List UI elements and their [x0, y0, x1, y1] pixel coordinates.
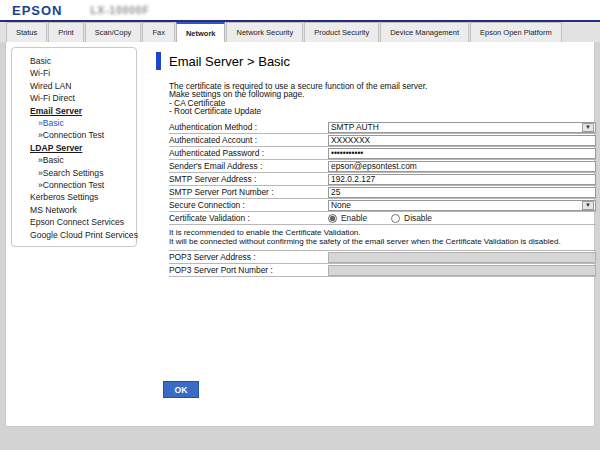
authentication-method-select[interactable]: SMTP AUTH ▼	[328, 122, 596, 133]
note-line: It is recommended to enable the Certific…	[169, 228, 596, 237]
sidebar-section-ldap-server[interactable]: LDAP Server	[12, 142, 136, 154]
sidebar-item-basic[interactable]: Basic	[12, 55, 136, 67]
page: EPSON LX-10000F Status Print Scan/Copy F…	[0, 0, 600, 450]
header: EPSON LX-10000F	[0, 0, 600, 20]
sidebar-section-email-server[interactable]: Email Server	[12, 105, 136, 117]
sender-email-input[interactable]	[328, 161, 596, 172]
form-row-smtp-server-port: SMTP Server Port Number :	[169, 186, 596, 199]
printer-model-label: LX-10000F	[91, 5, 150, 16]
authentication-method-label: Authentication Method :	[169, 122, 328, 132]
form-row-sender-email: Sender's Email Address :	[169, 160, 596, 173]
secure-connection-value: None	[329, 200, 582, 210]
sidebar-item-wifi[interactable]: Wi-Fi	[12, 67, 136, 79]
tab-device-management[interactable]: Device Management	[380, 22, 469, 42]
ok-button[interactable]: OK	[163, 381, 199, 398]
sidebar-menu: Basic Wi-Fi Wired LAN Wi-Fi Direct Email…	[11, 47, 137, 247]
pop3-server-address-label: POP3 Server Address :	[169, 252, 328, 262]
description: The certificate is required to use a sec…	[169, 82, 598, 115]
dropdown-arrow-icon: ▼	[582, 123, 594, 132]
certificate-validation-note: It is recommended to enable the Certific…	[169, 225, 596, 251]
tab-print[interactable]: Print	[48, 22, 83, 42]
certificate-validation-enable-option[interactable]: Enable	[328, 213, 367, 223]
tab-epson-open-platform[interactable]: Epson Open Platform	[470, 22, 562, 42]
tab-status[interactable]: Status	[6, 22, 47, 42]
tab-fax[interactable]: Fax	[142, 22, 175, 42]
sender-email-label: Sender's Email Address :	[169, 161, 328, 171]
smtp-server-address-label: SMTP Server Address :	[169, 174, 328, 184]
sidebar-item-ms-network[interactable]: MS Network	[12, 204, 136, 216]
authenticated-password-label: Authenticated Password :	[169, 148, 328, 158]
form-row-authenticated-account: Authenticated Account :	[169, 134, 596, 147]
secure-connection-label: Secure Connection :	[169, 200, 328, 210]
footer-strip	[0, 427, 600, 450]
page-title-row: Email Server > Basic	[156, 52, 598, 70]
form-row-certificate-validation: Certificate Validation : Enable Disable	[169, 212, 596, 225]
note-line: It will be connected without confirming …	[169, 237, 596, 246]
tab-bar: Status Print Scan/Copy Fax Network Netwo…	[0, 22, 600, 42]
email-server-form: Authentication Method : SMTP AUTH ▼ Auth…	[169, 121, 596, 277]
tab-network[interactable]: Network	[176, 22, 226, 42]
sidebar-item-wired-lan[interactable]: Wired LAN	[12, 80, 136, 92]
sidebar-item-google-cloud-print-services[interactable]: Google Cloud Print Services	[12, 229, 136, 241]
tab-product-security[interactable]: Product Security	[304, 22, 379, 42]
tab-network-security[interactable]: Network Security	[226, 22, 303, 42]
certificate-validation-disable-option[interactable]: Disable	[391, 213, 432, 223]
pop3-server-port-input	[328, 265, 596, 276]
form-row-authentication-method: Authentication Method : SMTP AUTH ▼	[169, 121, 596, 134]
sidebar-item-ldap-search-settings[interactable]: »Search Settings	[12, 167, 136, 179]
enable-label: Enable	[341, 213, 367, 223]
disable-label: Disable	[404, 213, 432, 223]
description-line: - Root Certificate Update	[169, 107, 598, 115]
form-row-pop3-server-port: POP3 Server Port Number :	[169, 264, 596, 277]
tab-scan-copy[interactable]: Scan/Copy	[85, 22, 142, 42]
form-row-smtp-server-address: SMTP Server Address :	[169, 173, 596, 186]
certificate-validation-disable-radio[interactable]	[391, 214, 400, 223]
pop3-server-port-label: POP3 Server Port Number :	[169, 265, 328, 275]
certificate-validation-radio-group: Enable Disable	[328, 213, 432, 223]
authenticated-password-input[interactable]	[328, 148, 596, 159]
sidebar-item-kerberos-settings[interactable]: Kerberos Settings	[12, 191, 136, 203]
sidebar-item-epson-connect-services[interactable]: Epson Connect Services	[12, 216, 136, 228]
sidebar-item-email-server-basic[interactable]: »Basic	[12, 117, 136, 129]
certificate-validation-label: Certificate Validation :	[169, 213, 328, 223]
sidebar-item-ldap-connection-test[interactable]: »Connection Test	[12, 179, 136, 191]
authenticated-account-input[interactable]	[328, 135, 596, 146]
secure-connection-select[interactable]: None ▼	[328, 200, 596, 211]
authentication-method-value: SMTP AUTH	[329, 122, 582, 132]
form-row-pop3-server-address: POP3 Server Address :	[169, 251, 596, 264]
sidebar-item-email-server-connection-test[interactable]: »Connection Test	[12, 129, 136, 141]
title-accent-bar	[156, 52, 161, 70]
authenticated-account-label: Authenticated Account :	[169, 135, 328, 145]
smtp-server-address-input[interactable]	[328, 174, 596, 185]
certificate-validation-enable-radio[interactable]	[328, 214, 337, 223]
dropdown-arrow-icon: ▼	[582, 201, 594, 210]
pop3-server-address-input	[328, 252, 596, 263]
content-card: Basic Wi-Fi Wired LAN Wi-Fi Direct Email…	[5, 42, 595, 427]
description-line: Make settings on the following page.	[169, 90, 598, 98]
content-background: Basic Wi-Fi Wired LAN Wi-Fi Direct Email…	[0, 42, 600, 427]
form-row-secure-connection: Secure Connection : None ▼	[169, 199, 596, 212]
page-title: Email Server > Basic	[169, 54, 290, 69]
epson-logo: EPSON	[12, 3, 63, 18]
main-panel: Email Server > Basic The certificate is …	[156, 52, 598, 398]
smtp-server-port-input[interactable]	[328, 187, 596, 198]
form-row-authenticated-password: Authenticated Password :	[169, 147, 596, 160]
sidebar-item-wifi-direct[interactable]: Wi-Fi Direct	[12, 92, 136, 104]
smtp-server-port-label: SMTP Server Port Number :	[169, 187, 328, 197]
sidebar-item-ldap-basic[interactable]: »Basic	[12, 154, 136, 166]
